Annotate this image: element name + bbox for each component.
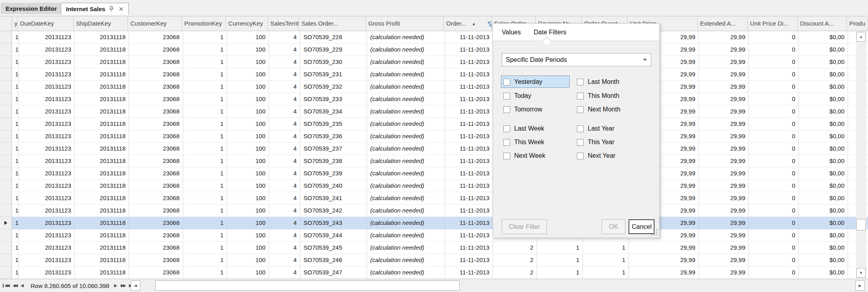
grid-cell-UnitPriceDiscount[interactable]: 0 <box>749 130 799 143</box>
grid-cell-SalesOrderNumber[interactable]: SO70539_230 <box>300 56 367 68</box>
grid-cell-CurrencyKey[interactable]: 100 <box>227 242 269 254</box>
scroll-down-icon[interactable]: ▼ <box>856 268 866 278</box>
grid-cell-y[interactable]: 1 <box>12 192 19 205</box>
date-filter-option-yesterday[interactable]: Yesterday <box>503 77 543 86</box>
grid-cell-ShipDateKey[interactable]: 20131118 <box>75 205 129 217</box>
grid-cell-CurrencyKey[interactable]: 100 <box>227 31 269 44</box>
grid-cell-ExtendedAmount[interactable]: 29,99 <box>699 205 749 217</box>
date-filter-option-next-month[interactable]: Next Month <box>577 105 621 114</box>
grid-cell-GrossProfit[interactable]: (calculation needed) <box>367 242 445 254</box>
grid-cell-y[interactable]: 1 <box>12 266 19 279</box>
grid-cell-DiscountAmount[interactable]: $0,00 <box>799 155 848 167</box>
grid-cell-UnitPrice[interactable]: 29,99 <box>629 266 699 279</box>
grid-cell-DiscountAmount[interactable]: $0,00 <box>799 217 848 229</box>
grid-cell-CurrencyKey[interactable]: 100 <box>227 56 269 68</box>
grid-cell-UnitPriceDiscount[interactable]: 0 <box>749 93 799 105</box>
checkbox-icon[interactable] <box>503 79 510 85</box>
row-selector-cell[interactable] <box>0 205 12 217</box>
grid-cell-PromotionKey[interactable]: 1 <box>183 155 227 167</box>
grid-cell-ShipDateKey[interactable]: 20131118 <box>75 93 129 105</box>
grid-cell-DueDateKey[interactable]: 20131123 <box>19 242 75 254</box>
grid-cell-ShipDateKey[interactable]: 20131118 <box>75 118 129 130</box>
grid-cell-PromotionKey[interactable]: 1 <box>183 229 227 242</box>
column-header-ShipDateKey[interactable]: ShipDateKey <box>74 16 128 31</box>
grid-cell-PromotionKey[interactable]: 1 <box>183 105 227 118</box>
grid-cell-ExtendedAmount[interactable]: 29,99 <box>699 217 749 229</box>
grid-cell-SalesTerritory[interactable]: 4 <box>269 68 300 81</box>
grid-cell-ShipDateKey[interactable]: 20131118 <box>75 266 129 279</box>
grid-cell-GrossProfit[interactable]: (calculation needed) <box>367 167 445 180</box>
grid-cell-DiscountAmount[interactable]: $0,00 <box>799 56 848 68</box>
grid-cell-DueDateKey[interactable]: 20131123 <box>19 229 75 242</box>
grid-cell-GrossProfit[interactable]: (calculation needed) <box>367 118 445 130</box>
grid-cell-ExtendedAmount[interactable]: 29,99 <box>699 143 749 155</box>
grid-cell-OrderDate[interactable]: 11-11-2013 <box>445 68 493 81</box>
resize-grip-icon[interactable] <box>652 230 657 235</box>
grid-cell-ShipDateKey[interactable]: 20131118 <box>75 81 129 93</box>
grid-cell-SalesOrderNumber[interactable]: SO70539_229 <box>300 44 367 56</box>
scroll-left-icon[interactable]: ◀ <box>131 280 140 291</box>
grid-cell-ExtendedAmount[interactable]: 29,99 <box>699 254 749 266</box>
grid-cell-OrderQuantity[interactable]: 1 <box>583 242 629 254</box>
row-selector-cell[interactable] <box>0 118 12 130</box>
grid-cell-DueDateKey[interactable]: 20131123 <box>19 217 75 229</box>
grid-cell-ShipDateKey[interactable]: 20131118 <box>75 229 129 242</box>
grid-cell-ShipDateKey[interactable]: 20131118 <box>75 254 129 266</box>
row-selector-cell[interactable] <box>0 68 12 81</box>
date-filter-option-next-week[interactable]: Next Week <box>503 151 545 160</box>
row-selector-cell[interactable] <box>0 143 12 155</box>
checkbox-label[interactable]: Today <box>514 92 531 99</box>
grid-cell-SalesTerritory[interactable]: 4 <box>269 105 300 118</box>
grid-cell-RevisionNumber[interactable]: 1 <box>537 242 583 254</box>
grid-cell-ExtendedAmount[interactable]: 29,99 <box>699 81 749 93</box>
column-header-ExtendedAmount[interactable]: Extended A... <box>698 16 748 31</box>
grid-cell-ExtendedAmount[interactable]: 29,99 <box>699 266 749 279</box>
column-header-Product[interactable]: Produ <box>847 16 868 31</box>
grid-cell-SalesOrderNumber[interactable]: SO70539_238 <box>300 155 367 167</box>
grid-cell-SalesOrderNumber[interactable]: SO70539_245 <box>300 242 367 254</box>
grid-cell-ExtendedAmount[interactable]: 29,99 <box>699 130 749 143</box>
horizontal-scrollbar-thumb[interactable] <box>155 280 460 291</box>
grid-cell-GrossProfit[interactable]: (calculation needed) <box>367 31 445 44</box>
grid-cell-DueDateKey[interactable]: 20131123 <box>19 180 75 192</box>
grid-cell-DiscountAmount[interactable]: $0,00 <box>799 266 848 279</box>
grid-cell-DueDateKey[interactable]: 20131123 <box>19 93 75 105</box>
grid-cell-DiscountAmount[interactable]: $0,00 <box>799 105 848 118</box>
row-selector-cell[interactable] <box>0 93 12 105</box>
grid-cell-UnitPriceDiscount[interactable]: 0 <box>749 143 799 155</box>
grid-cell-CurrencyKey[interactable]: 100 <box>227 130 269 143</box>
fast-next-icon[interactable]: ▶▶ <box>121 284 125 288</box>
column-header-SalesOrderNumber[interactable]: Sales Order... <box>299 16 366 31</box>
table-row[interactable]: 120131123201311182306811004SO70539_235(c… <box>0 118 868 130</box>
grid-cell-y[interactable]: 1 <box>12 130 19 143</box>
table-row[interactable]: 120131123201311182306811004SO70539_232(c… <box>0 81 868 93</box>
grid-cell-SalesOrderNumber[interactable]: SO70539_237 <box>300 143 367 155</box>
checkbox-label[interactable]: Last Week <box>514 125 544 132</box>
grid-cell-GrossProfit[interactable]: (calculation needed) <box>367 254 445 266</box>
checkbox-label[interactable]: Last Year <box>588 125 615 132</box>
checkbox-label[interactable]: Next Year <box>588 152 615 159</box>
table-row[interactable]: 120131123201311182306811004SO70539_234(c… <box>0 105 868 118</box>
grid-cell-ShipDateKey[interactable]: 20131118 <box>75 155 129 167</box>
ok-button[interactable]: OK <box>602 219 625 234</box>
grid-cell-DueDateKey[interactable]: 20131123 <box>19 167 75 180</box>
column-header-DiscountAmount[interactable]: Discount A... <box>798 16 847 31</box>
row-selector-cell[interactable] <box>0 155 12 167</box>
vertical-scrollbar[interactable]: ▲ ▼ <box>856 31 866 279</box>
grid-cell-y[interactable]: 1 <box>12 180 19 192</box>
grid-cell-CustomerKey[interactable]: 23068 <box>129 205 183 217</box>
grid-cell-OrderDate[interactable]: 11-11-2013 <box>445 254 493 266</box>
grid-cell-ExtendedAmount[interactable]: 29,99 <box>699 242 749 254</box>
grid-cell-SalesTerritory[interactable]: 4 <box>269 93 300 105</box>
grid-cell-ExtendedAmount[interactable]: 29,99 <box>699 155 749 167</box>
grid-cell-DueDateKey[interactable]: 20131123 <box>19 31 75 44</box>
grid-cell-CustomerKey[interactable]: 23068 <box>129 81 183 93</box>
grid-cell-y[interactable]: 1 <box>12 56 19 68</box>
grid-cell-OrderDate[interactable]: 11-11-2013 <box>445 81 493 93</box>
grid-cell-DueDateKey[interactable]: 20131123 <box>19 254 75 266</box>
grid-cell-UnitPriceDiscount[interactable]: 0 <box>749 205 799 217</box>
grid-cell-OrderDate[interactable]: 11-11-2013 <box>445 31 493 44</box>
grid-cell-ShipDateKey[interactable]: 20131118 <box>75 180 129 192</box>
column-header-PromotionKey[interactable]: PromotionKey <box>182 16 226 31</box>
grid-cell-y[interactable]: 1 <box>12 81 19 93</box>
